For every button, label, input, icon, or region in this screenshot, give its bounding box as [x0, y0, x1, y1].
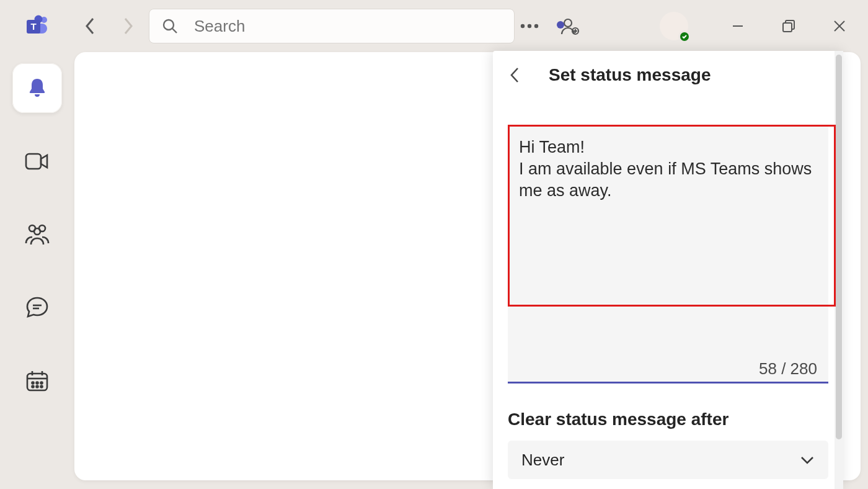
teams-logo-icon: T [25, 14, 51, 40]
people-button[interactable] [560, 16, 580, 36]
panel-scrollbar[interactable] [835, 51, 843, 489]
svg-point-5 [164, 20, 174, 30]
search-box[interactable] [149, 9, 515, 43]
svg-rect-19 [26, 154, 41, 169]
rail-chat-button[interactable] [12, 283, 62, 333]
svg-point-9 [534, 24, 538, 28]
svg-point-10 [564, 19, 572, 27]
bell-icon [25, 76, 49, 100]
clear-after-label: Clear status message after [508, 410, 828, 429]
svg-rect-16 [783, 23, 792, 32]
svg-point-32 [32, 386, 34, 388]
character-counter: 58 / 280 [759, 359, 817, 379]
clear-after-value: Never [521, 451, 564, 470]
more-options-button[interactable] [520, 16, 539, 36]
titlebar: T [0, 0, 868, 52]
panel-back-button[interactable] [509, 66, 534, 84]
window-maximize-button[interactable] [779, 16, 799, 36]
rail-community-button[interactable] [12, 210, 62, 259]
svg-point-33 [37, 386, 38, 388]
window-close-button[interactable] [830, 16, 849, 36]
nav-forward-button [109, 7, 146, 45]
search-input[interactable] [193, 16, 514, 37]
svg-point-34 [41, 386, 43, 388]
svg-line-6 [172, 29, 177, 33]
clear-after-select[interactable]: Never [508, 441, 828, 479]
svg-text:T: T [30, 21, 36, 32]
svg-point-7 [521, 24, 525, 28]
rail-activity-button[interactable] [12, 63, 62, 113]
rail-meet-button[interactable] [12, 137, 62, 186]
svg-point-31 [41, 382, 43, 384]
svg-point-29 [32, 382, 34, 384]
chevron-down-icon [800, 455, 815, 465]
status-message-input[interactable] [508, 127, 828, 384]
calendar-icon [25, 370, 49, 392]
rail-calendar-button[interactable] [12, 356, 62, 406]
presence-available-icon [678, 30, 691, 43]
notification-dot-icon [557, 21, 564, 29]
window-minimize-button[interactable] [728, 16, 748, 36]
panel-title: Set status message [549, 65, 711, 85]
people-icon [24, 223, 50, 246]
status-message-panel: Set status message 58 / 280 Clear status… [493, 51, 843, 489]
user-avatar[interactable] [660, 12, 688, 40]
chat-icon [25, 296, 49, 320]
svg-point-30 [37, 382, 38, 384]
svg-point-22 [34, 228, 40, 235]
search-icon [162, 18, 178, 34]
video-icon [25, 151, 50, 172]
app-rail [0, 52, 74, 489]
nav-back-button[interactable] [72, 7, 109, 45]
svg-point-8 [528, 24, 531, 28]
